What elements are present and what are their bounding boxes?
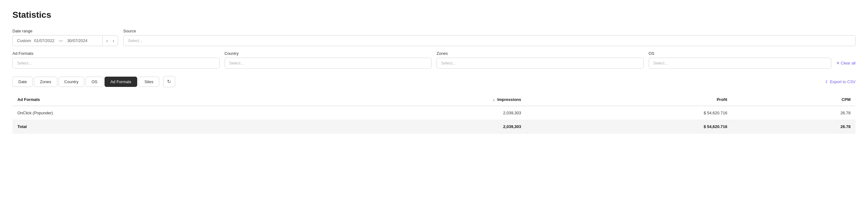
tab-date[interactable]: Date [12,77,33,87]
source-group: Source Select... [123,29,856,46]
total-cpm: 26.78 [732,120,856,134]
date-range-label: Date range [12,29,118,33]
date-nav: ‹ › [102,36,118,46]
zones-select[interactable]: Select... [436,58,644,69]
col-cpm-label: CPM [842,97,850,102]
tabs-left: Date Zones Country OS Ad Formats Sites ↻ [12,76,175,87]
table-header: Ad Formats ↓ Impressions Profit CPM [12,93,856,106]
os-select[interactable]: Select... [649,58,831,69]
tabs-row: Date Zones Country OS Ad Formats Sites ↻… [12,76,856,87]
date-start: 01/07/2022 [34,38,55,43]
total-row: Total 2,039,303 $ 54,620.716 26.78 [12,120,856,134]
tab-zones[interactable]: Zones [34,77,57,87]
refresh-button[interactable]: ↻ [163,76,175,87]
filter-row-2: Ad Formats Select... Country Select... Z… [12,51,856,69]
filter-section: Date range Custom 01/07/2022 — 30/07/202… [12,29,856,69]
os-group: OS Select... [649,51,831,69]
date-end: 30/07/2024 [67,38,87,43]
filter-row-1: Date range Custom 01/07/2022 — 30/07/202… [12,29,856,46]
tab-os[interactable]: OS [86,77,103,87]
table-body: OnClick (Popunder) 2,039,303 $ 54,620.71… [12,106,856,134]
date-range-left: Custom 01/07/2022 — 30/07/2024 [13,35,102,46]
date-separator: — [59,38,63,43]
country-label: Country [225,51,432,56]
tab-country[interactable]: Country [59,77,85,87]
cell-ad-format: OnClick (Popunder) [12,106,291,120]
cell-impressions: 2,039,303 [291,106,526,120]
clear-all-button[interactable]: ✕ Clear all [836,61,856,69]
date-next-button[interactable]: › [110,36,117,46]
country-select[interactable]: Select... [225,58,432,69]
page-title: Statistics [12,10,856,20]
col-profit: Profit [526,93,732,106]
os-label: OS [649,51,831,56]
date-range-group: Date range Custom 01/07/2022 — 30/07/202… [12,29,118,46]
source-label: Source [123,29,856,33]
tab-ad-formats[interactable]: Ad Formats [104,77,137,87]
total-impressions: 2,039,303 [291,120,526,134]
total-profit: $ 54,620.716 [526,120,732,134]
total-label: Total [12,120,291,134]
col-profit-label: Profit [717,97,727,102]
zones-group: Zones Select... [436,51,644,69]
country-group: Country Select... [225,51,432,69]
sort-down-arrow: ↓ [493,97,495,102]
download-icon: ⇩ [825,79,828,84]
export-label: Export to CSV [830,79,856,84]
cell-cpm: 26.78 [732,106,856,120]
date-range-input[interactable]: Custom 01/07/2022 — 30/07/2024 ‹ › [12,35,118,46]
col-ad-formats-label: Ad Formats [18,97,40,102]
statistics-table: Ad Formats ↓ Impressions Profit CPM OnCl… [12,93,856,134]
date-prev-button[interactable]: ‹ [104,36,111,46]
zones-label: Zones [436,51,644,56]
col-impressions-label: Impressions [497,97,521,102]
table-header-row: Ad Formats ↓ Impressions Profit CPM [12,93,856,106]
date-preset: Custom [17,38,31,43]
ad-formats-group: Ad Formats Select... [12,51,220,69]
export-csv-button[interactable]: ⇩ Export to CSV [825,79,856,84]
source-select[interactable]: Select... [123,35,856,46]
refresh-icon: ↻ [167,79,171,84]
tab-sites[interactable]: Sites [138,77,159,87]
col-ad-formats: Ad Formats [12,93,291,106]
ad-formats-label: Ad Formats [12,51,220,56]
cell-profit: $ 54,620.716 [526,106,732,120]
col-impressions[interactable]: ↓ Impressions [291,93,526,106]
ad-formats-select[interactable]: Select... [12,58,220,69]
table-row: OnClick (Popunder) 2,039,303 $ 54,620.71… [12,106,856,120]
col-cpm: CPM [732,93,856,106]
